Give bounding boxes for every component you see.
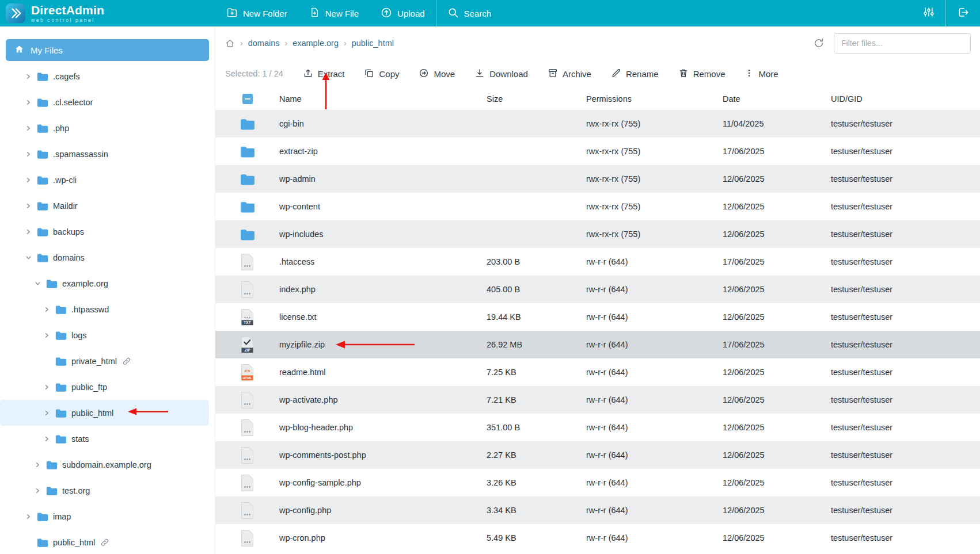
table-row-wp-admin[interactable]: wp-adminrwx-rx-rx (755)12/06/2025testuse… [215, 165, 980, 193]
sidebar-item-maildir[interactable]: Maildir [0, 193, 209, 219]
table-row-wp-comments-post-php[interactable]: wp-comments-post.php2.27 KBrw-r-r (644)1… [215, 441, 980, 469]
chevron-right-icon[interactable] [24, 124, 32, 132]
move-icon [419, 68, 429, 80]
column-header-uid[interactable]: UID/GID [831, 94, 980, 104]
column-header-size[interactable]: Size [487, 94, 586, 104]
table-row-license-txt[interactable]: TXTlicense.txt19.44 KBrw-r-r (644)12/06/… [215, 303, 980, 331]
sidebar-item-subdomain-example-org[interactable]: subdomain.example.org [0, 452, 209, 477]
download-button[interactable]: Download [474, 68, 528, 80]
sidebar-item-stats[interactable]: stats [0, 426, 209, 452]
file-uid: testuser/testuser [831, 423, 980, 432]
table-row-wp-content[interactable]: wp-contentrwx-rx-rx (755)12/06/2025testu… [215, 193, 980, 220]
chevron-right-icon[interactable] [24, 98, 32, 106]
move-button[interactable]: Move [419, 68, 455, 80]
chevron-right-icon[interactable] [24, 176, 32, 184]
copy-button[interactable]: Copy [364, 68, 399, 80]
sidebar-item-example-org[interactable]: example.org [0, 270, 209, 296]
table-row-myzipfile-zip[interactable]: ZIPmyzipfile.zip26.92 MBrw-r-r (644)17/0… [215, 331, 980, 358]
sidebar-item-label: .cl.selector [53, 98, 93, 107]
sliders-icon [923, 6, 935, 20]
file-permissions: rw-r-r (644) [586, 285, 723, 294]
folder-icon [37, 227, 48, 236]
chevron-down-icon[interactable] [24, 254, 32, 262]
filter-files-input[interactable] [834, 33, 971, 54]
app-title: DirectAdmin [31, 4, 104, 16]
pathbar: › domains › example.org › public_html [215, 26, 980, 60]
sidebar-item-wp-cli[interactable]: .wp-cli [0, 167, 209, 193]
breadcrumb-home-icon[interactable] [225, 39, 235, 48]
sidebar-item-php[interactable]: .php [0, 115, 209, 141]
sidebar-item-spamassassin[interactable]: .spamassassin [0, 141, 209, 167]
more-button[interactable]: More [745, 68, 778, 79]
sidebar-item-cagefs[interactable]: .cagefs [0, 63, 209, 89]
settings-sliders-button[interactable] [912, 0, 945, 26]
table-row-index-php[interactable]: index.php405.00 Brw-r-r (644)12/06/2025t… [215, 276, 980, 303]
extract-button[interactable]: Extract [303, 68, 345, 80]
column-header-permissions[interactable]: Permissions [586, 94, 723, 104]
search-button[interactable]: Search [436, 0, 503, 26]
breadcrumb-example-org[interactable]: example.org [293, 39, 339, 48]
table-row-extract-zip[interactable]: extract-ziprwx-rx-rx (755)17/06/2025test… [215, 137, 980, 165]
table-row-wp-blog-header-php[interactable]: wp-blog-header.php351.00 Brw-r-r (644)12… [215, 414, 980, 441]
folder-icon [240, 173, 255, 185]
upload-button[interactable]: Upload [370, 0, 436, 26]
folder-icon [37, 124, 48, 133]
chevron-right-icon[interactable] [24, 150, 32, 158]
select-all-checkbox[interactable] [242, 94, 253, 104]
rename-button[interactable]: Rename [611, 68, 659, 80]
table-row-wp-includes[interactable]: wp-includesrwx-rx-rx (755)12/06/2025test… [215, 220, 980, 248]
sidebar-item-logs[interactable]: logs [0, 322, 209, 348]
sidebar-item-backups[interactable]: backups [0, 219, 209, 244]
sidebar-item-my-files[interactable]: My Files [6, 39, 209, 61]
sidebar-item-cl-selector[interactable]: .cl.selector [0, 89, 209, 115]
folder-icon [240, 228, 255, 240]
logout-button[interactable] [946, 0, 980, 26]
chevron-right-icon[interactable] [43, 383, 51, 391]
more-label: More [758, 69, 778, 79]
sidebar-item-imap[interactable]: imap [0, 503, 209, 529]
table-row-wp-cron-php[interactable]: wp-cron.php5.49 KBrw-r-r (644)12/06/2025… [215, 524, 980, 552]
chevron-right-icon[interactable] [24, 72, 32, 81]
remove-icon [678, 68, 689, 80]
chevron-right-icon[interactable] [43, 435, 51, 443]
chevron-right-icon[interactable] [33, 487, 41, 495]
table-row-wp-config-php[interactable]: wp-config.php3.34 KBrw-r-r (644)12/06/20… [215, 496, 980, 524]
remove-button[interactable]: Remove [678, 68, 725, 80]
file-permissions: rw-r-r (644) [586, 423, 723, 432]
file-name: wp-comments-post.php [279, 450, 487, 460]
breadcrumb-public-html[interactable]: public_html [352, 39, 394, 48]
sidebar-item-public-ftp[interactable]: public_ftp [0, 374, 209, 400]
brand-text: DirectAdmin web control panel [31, 4, 104, 23]
refresh-icon[interactable] [813, 37, 825, 49]
sidebar-item-public-html[interactable]: public_html [0, 400, 209, 426]
sidebar-item-test-org[interactable]: test.org [0, 477, 209, 503]
column-header-date[interactable]: Date [723, 94, 831, 104]
file-permissions: rw-r-r (644) [586, 395, 723, 404]
sidebar-item-private-html[interactable]: private_html [0, 348, 209, 374]
chevron-right-icon[interactable] [43, 331, 51, 339]
file-uid: testuser/testuser [831, 450, 980, 460]
column-header-name[interactable]: Name [279, 94, 487, 104]
sidebar-item-public-html[interactable]: public_html [0, 529, 209, 554]
folder-icon [240, 146, 255, 158]
chevron-right-icon[interactable] [24, 202, 32, 210]
sidebar-item-domains[interactable]: domains [0, 244, 209, 270]
chevron-right-icon[interactable] [33, 461, 41, 469]
file-uid: testuser/testuser [831, 506, 980, 515]
new-folder-button[interactable]: New Folder [215, 0, 298, 26]
sidebar-item-htpasswd[interactable]: .htpasswd [0, 296, 209, 322]
table-row-htaccess[interactable]: .htaccess203.00 Brw-r-r (644)17/06/2025t… [215, 248, 980, 276]
table-row-cgi-bin[interactable]: cgi-binrwx-rx-rx (755)11/04/2025testuser… [215, 110, 980, 137]
archive-button[interactable]: Archive [548, 68, 591, 80]
chevron-down-icon[interactable] [33, 280, 41, 288]
table-row-readme-html[interactable]: <>HTMLreadme.html7.25 KBrw-r-r (644)12/0… [215, 358, 980, 386]
chevron-right-icon[interactable] [24, 513, 32, 521]
chevron-right-icon[interactable] [24, 228, 32, 236]
extract-icon [303, 68, 313, 80]
chevron-right-icon[interactable] [43, 409, 51, 417]
new-file-button[interactable]: New File [298, 0, 370, 26]
chevron-right-icon[interactable] [43, 305, 51, 314]
breadcrumb-domains[interactable]: domains [248, 39, 280, 48]
table-row-wp-activate-php[interactable]: wp-activate.php7.21 KBrw-r-r (644)12/06/… [215, 386, 980, 414]
table-row-wp-config-sample-php[interactable]: wp-config-sample.php3.26 KBrw-r-r (644)1… [215, 469, 980, 496]
